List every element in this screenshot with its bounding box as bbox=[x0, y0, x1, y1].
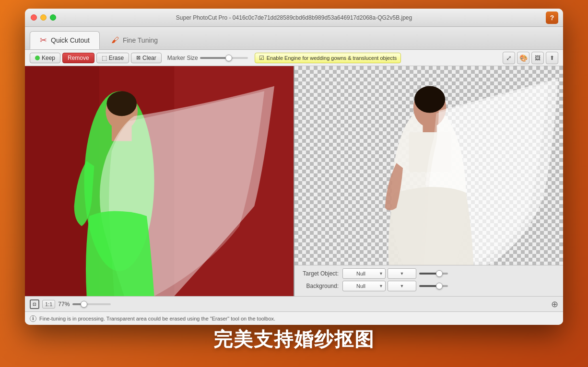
title-bar: Super PhotoCut Pro - 0416c0c7de71dd28589… bbox=[25, 9, 563, 27]
fit-view-button[interactable]: ⤢ bbox=[503, 52, 515, 64]
marker-slider-container bbox=[200, 57, 248, 59]
tab-fine-tuning[interactable]: 🖌 Fine Tuning bbox=[102, 31, 167, 49]
marker-slider-thumb bbox=[225, 55, 232, 61]
target-slider[interactable] bbox=[419, 273, 448, 275]
target-secondary-control[interactable]: ▼ bbox=[388, 268, 416, 279]
help-button[interactable]: ? bbox=[546, 11, 558, 24]
keep-button[interactable]: Keep bbox=[30, 53, 60, 63]
zoom-percentage: 77% bbox=[58, 301, 70, 308]
background-secondary-arrow: ▼ bbox=[400, 284, 404, 288]
svg-point-6 bbox=[106, 91, 137, 116]
right-preview bbox=[294, 66, 563, 265]
brush-icon: 🖌 bbox=[111, 36, 119, 45]
background-secondary-control[interactable]: ▼ bbox=[388, 281, 416, 291]
window-title: Super PhotoCut Pro - 0416c0c7de71dd28589… bbox=[176, 14, 412, 21]
target-secondary-arrow: ▼ bbox=[400, 271, 404, 276]
right-image-svg bbox=[294, 66, 563, 265]
zoom-1to1-button[interactable]: 1:1 bbox=[42, 300, 55, 309]
app-window: Super PhotoCut Pro - 0416c0c7de71dd28589… bbox=[25, 9, 563, 325]
target-object-value: Null bbox=[345, 271, 377, 276]
color-picker-button[interactable]: 🎨 bbox=[517, 52, 529, 64]
left-image-svg bbox=[25, 66, 294, 296]
zoom-area: ⊡ 1:1 77% bbox=[30, 299, 111, 309]
target-object-dropdown[interactable]: Null ▼ bbox=[342, 268, 386, 279]
export-button[interactable]: ⬆ bbox=[546, 52, 558, 64]
engine-label: Enable Engine for wedding gowns & transl… bbox=[267, 55, 397, 61]
info-message: Fine-tuning is in processing. Transparen… bbox=[39, 316, 275, 321]
traffic-lights bbox=[25, 14, 56, 21]
image-view-button[interactable]: 🖼 bbox=[531, 52, 544, 64]
scissors-icon: ✂ bbox=[40, 35, 47, 46]
tab-fine-tuning-label: Fine Tuning bbox=[123, 36, 158, 44]
tab-quick-cutout[interactable]: ✂ Quick Cutout bbox=[30, 31, 100, 49]
zoom-slider-thumb bbox=[81, 301, 87, 308]
clear-icon: ⊠ bbox=[136, 55, 141, 61]
checkbox-checked-icon: ☑ bbox=[259, 55, 264, 61]
maximize-button[interactable] bbox=[50, 14, 56, 21]
content-area: Target Object: Null ▼ ▼ Backg bbox=[25, 66, 563, 296]
keep-dot-icon bbox=[35, 56, 40, 60]
info-bar: ℹ Fine-tuning is in processing. Transpar… bbox=[25, 311, 563, 325]
right-panel: Target Object: Null ▼ ▼ Backg bbox=[294, 66, 563, 296]
background-value: Null bbox=[345, 283, 377, 289]
tab-quick-cutout-label: Quick Cutout bbox=[51, 36, 90, 44]
target-secondary-dropdown[interactable]: ▼ bbox=[388, 268, 416, 279]
background-dropdown-arrow: ▼ bbox=[379, 284, 383, 288]
marker-size-slider[interactable] bbox=[200, 57, 248, 59]
background-slider[interactable] bbox=[419, 285, 448, 287]
svg-point-9 bbox=[414, 86, 445, 113]
engine-checkbox-area[interactable]: ☑ Enable Engine for wedding gowns & tran… bbox=[255, 53, 401, 63]
subtitle: 完美支持婚纱抠图 bbox=[0, 326, 588, 353]
tab-bar: ✂ Quick Cutout 🖌 Fine Tuning bbox=[25, 27, 563, 50]
background-row: Background: Null ▼ ▼ bbox=[299, 281, 558, 291]
target-slider-thumb bbox=[436, 270, 443, 277]
erase-button[interactable]: ⬚ Erase bbox=[96, 53, 129, 63]
close-button[interactable] bbox=[31, 14, 37, 21]
target-object-label: Target Object: bbox=[299, 270, 342, 277]
background-secondary-dropdown[interactable]: ▼ bbox=[388, 281, 416, 291]
right-bottom-controls: Target Object: Null ▼ ▼ Backg bbox=[294, 265, 563, 296]
background-dropdown[interactable]: Null ▼ bbox=[342, 281, 386, 291]
info-icon: ℹ bbox=[30, 315, 36, 322]
erase-icon: ⬚ bbox=[102, 55, 107, 61]
status-bar: ⊡ 1:1 77% ⊕ bbox=[25, 296, 563, 311]
minimize-button[interactable] bbox=[40, 14, 47, 21]
target-dropdown-arrow: ▼ bbox=[379, 271, 383, 276]
target-object-row: Target Object: Null ▼ ▼ bbox=[299, 268, 558, 279]
marker-size-label: Marker Size bbox=[167, 55, 198, 61]
left-panel[interactable] bbox=[25, 66, 294, 296]
background-label: Background: bbox=[299, 283, 342, 289]
remove-button[interactable]: Remove bbox=[62, 53, 94, 63]
zoom-fit-icon[interactable]: ⊡ bbox=[30, 299, 39, 309]
background-slider-thumb bbox=[436, 283, 443, 289]
drag-icon: ⊕ bbox=[551, 299, 558, 310]
clear-button[interactable]: ⊠ Clear bbox=[131, 53, 162, 63]
toolbar: Keep Remove ⬚ Erase ⊠ Clear Marker Size … bbox=[25, 50, 563, 66]
left-image-container bbox=[25, 66, 294, 296]
zoom-slider[interactable] bbox=[72, 303, 111, 305]
